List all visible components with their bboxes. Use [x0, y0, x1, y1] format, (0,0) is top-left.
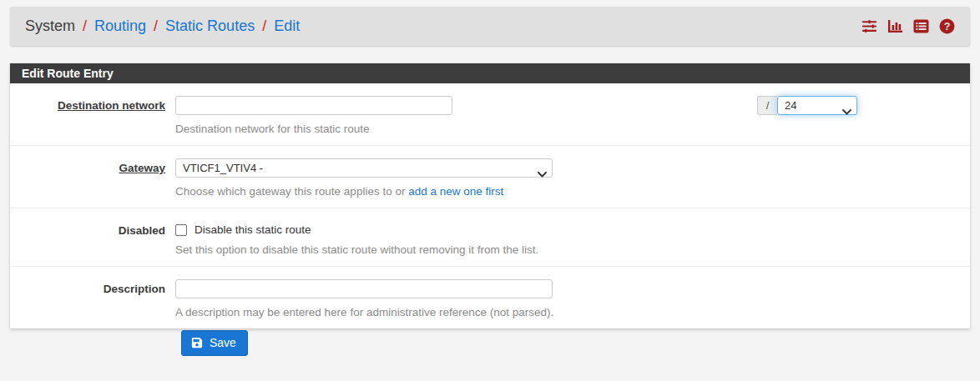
- gateway-help: Choose which gateway this route applies …: [175, 185, 970, 198]
- gateway-label: Gateway: [10, 158, 165, 198]
- bar-chart-icon[interactable]: [887, 18, 903, 34]
- sliders-icon[interactable]: [861, 18, 877, 34]
- destination-network-input[interactable]: [175, 96, 452, 115]
- description-help: A description may be entered here for ad…: [175, 306, 970, 318]
- disabled-label: Disabled: [10, 221, 165, 256]
- mask-separator-addon: /: [757, 96, 777, 115]
- list-alt-icon[interactable]: [913, 18, 929, 34]
- breadcrumb-toolbar: ?: [861, 18, 955, 34]
- destination-network-label: Destination network: [10, 96, 165, 135]
- disable-route-option: Disable this static route: [175, 221, 970, 236]
- breadcrumb-separator: /: [262, 18, 266, 35]
- svg-text:?: ?: [944, 21, 951, 33]
- destination-network-row: Destination network Destination network …: [10, 83, 970, 146]
- subnet-mask-select-wrap: 24: [777, 96, 857, 115]
- form-actions: Save: [10, 330, 248, 356]
- disable-route-checkbox[interactable]: [175, 224, 187, 236]
- help-icon[interactable]: ?: [939, 18, 955, 34]
- disabled-row: Disabled Disable this static route Set t…: [10, 208, 970, 267]
- breadcrumb-edit-link[interactable]: Edit: [274, 18, 300, 35]
- breadcrumb: System / Routing / Static Routes / Edit: [25, 18, 300, 35]
- description-row: Description A description may be entered…: [10, 267, 970, 328]
- gateway-row: Gateway VTICF1_VTIV4 - Choose which gate…: [10, 146, 970, 208]
- breadcrumb-separator: /: [154, 18, 158, 35]
- breadcrumb-static-routes-link[interactable]: Static Routes: [165, 18, 255, 35]
- gateway-select[interactable]: VTICF1_VTIV4 -: [175, 158, 553, 178]
- add-gateway-link[interactable]: add a new one first: [408, 185, 503, 198]
- subnet-mask-group: / 24: [757, 96, 857, 115]
- breadcrumb-separator: /: [83, 18, 87, 35]
- description-input[interactable]: [175, 279, 553, 298]
- disable-route-checkbox-label: Disable this static route: [194, 223, 311, 236]
- destination-network-help: Destination network for this static rout…: [175, 123, 970, 135]
- disabled-help: Set this option to disable this static r…: [175, 243, 970, 256]
- breadcrumb-bar: System / Routing / Static Routes / Edit: [10, 7, 970, 46]
- breadcrumb-routing-link[interactable]: Routing: [94, 18, 146, 35]
- description-label: Description: [10, 279, 165, 318]
- save-button[interactable]: Save: [181, 330, 248, 356]
- floppy-disk-icon: [191, 337, 203, 348]
- breadcrumb-system: System: [25, 18, 75, 35]
- save-button-label: Save: [210, 336, 236, 349]
- edit-route-entry-panel: Edit Route Entry Destination network Des…: [10, 63, 970, 328]
- subnet-mask-select[interactable]: 24: [777, 96, 857, 115]
- gateway-select-wrap: VTICF1_VTIV4 -: [175, 158, 553, 178]
- gateway-help-text: Choose which gateway this route applies …: [175, 185, 405, 198]
- panel-title: Edit Route Entry: [10, 63, 970, 83]
